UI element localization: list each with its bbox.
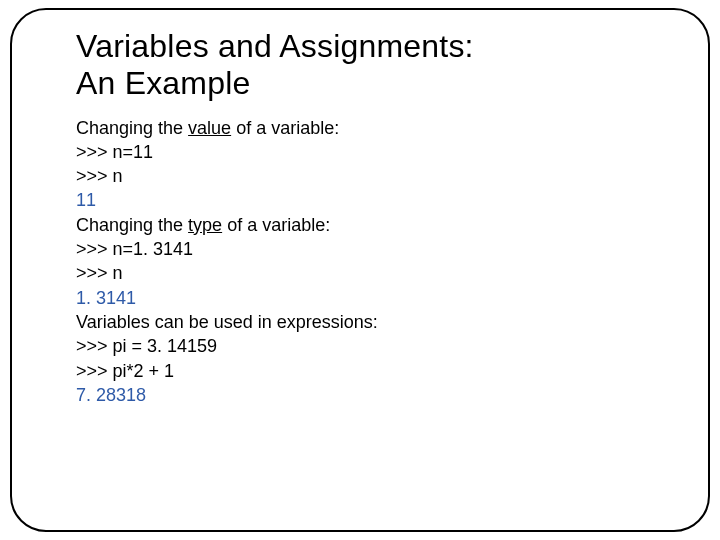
slide-title: Variables and Assignments: An Example [76,28,678,102]
section1-line1: >>> n=11 [76,140,678,164]
section3-intro: Variables can be used in expressions: [76,310,678,334]
section1-intro-suffix: of a variable: [231,118,339,138]
section2-output: 1. 3141 [76,286,678,310]
section3-output: 7. 28318 [76,383,678,407]
slide-frame: Variables and Assignments: An Example Ch… [10,8,710,532]
title-line-2: An Example [76,65,251,101]
section2-line1: >>> n=1. 3141 [76,237,678,261]
section3-line1: >>> pi = 3. 14159 [76,334,678,358]
section1-line2: >>> n [76,164,678,188]
slide-content: Changing the value of a variable: >>> n=… [76,116,678,408]
section2-line2: >>> n [76,261,678,285]
section1-intro-prefix: Changing the [76,118,188,138]
section2-intro-underlined: type [188,215,222,235]
section2-intro: Changing the type of a variable: [76,213,678,237]
section1-intro: Changing the value of a variable: [76,116,678,140]
section2-intro-prefix: Changing the [76,215,188,235]
section1-output: 11 [76,188,678,212]
section3-line2: >>> pi*2 + 1 [76,359,678,383]
section1-intro-underlined: value [188,118,231,138]
section2-intro-suffix: of a variable: [222,215,330,235]
title-line-1: Variables and Assignments: [76,28,474,64]
